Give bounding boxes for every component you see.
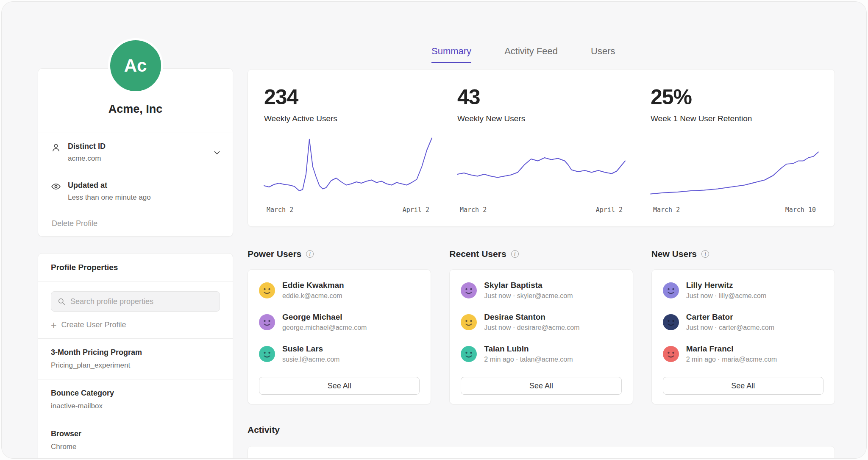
user-avatar [259,346,275,362]
user-name: Desirae Stanton [484,312,579,322]
user-name: Skylar Baptista [484,281,573,290]
distinct-id-value: acme.com [68,154,106,163]
user-meta: george.michael@acme.com [282,324,367,332]
metric-label: Week 1 New User Retention [651,114,818,123]
property-name: Browser [51,429,220,438]
info-icon[interactable]: i [306,250,314,258]
weekly-new-users-chart [457,136,625,200]
user-row[interactable]: Eddie Kwakman eddie.k@acme.com [259,281,420,300]
metric-week1-retention: 25% Week 1 New User Retention March 2 Ma… [651,86,818,214]
summary-metrics-card: 234 Weekly Active Users March 2 April 2 … [248,69,835,227]
user-avatar [663,346,679,362]
delete-profile-button[interactable]: Delete Profile [38,211,233,236]
power-users-group: Power Users i Eddie Kwakman eddie.k@acme… [248,249,431,404]
profile-card: Acme, Inc Distinct ID acme.com [38,68,233,237]
user-avatar [663,282,679,298]
distinct-id-label: Distinct ID [68,142,106,151]
updated-at-value: Less than one minute ago [68,193,151,202]
distinct-id-row[interactable]: Distinct ID acme.com [38,133,233,172]
user-avatar [259,314,275,330]
user-name: Eddie Kwakman [282,281,344,290]
metric-label: Weekly New Users [457,114,625,123]
see-all-button[interactable]: See All [259,377,420,395]
user-row[interactable]: Lilly Herwitz Just now · lilly@acme.com [663,281,823,300]
user-meta: susie.l@acme.com [282,356,339,363]
create-user-profile-label: Create User Profile [61,321,126,329]
search-profile-properties[interactable] [51,291,220,312]
power-users-title: Power Users [248,249,301,259]
updated-at-row: Updated at Less than one minute ago [38,172,233,211]
user-name: Carter Bator [686,312,774,322]
x-axis-start-label: March 2 [460,206,487,214]
user-meta: 2 min ago · maria@acme.com [686,356,777,363]
weekly-active-users-chart [264,136,432,200]
user-meta: Just now · desirare@acme.com [484,324,579,332]
search-profile-properties-input[interactable] [70,297,214,306]
plus-icon: + [51,321,56,329]
profile-properties-title: Profile Properties [38,254,233,282]
person-icon [51,142,61,153]
chevron-down-icon[interactable] [212,148,222,157]
new-users-group: New Users i Lilly Herwitz Just now · lil… [651,249,835,404]
metric-weekly-new-users: 43 Weekly New Users March 2 April 2 [457,86,625,214]
app-frame: Ac Acme, Inc Distinct ID acme.com [1,1,867,459]
property-name: Bounce Category [51,389,220,398]
profile-sidebar: Ac Acme, Inc Distinct ID acme.com [38,2,233,459]
metric-weekly-active-users: 234 Weekly Active Users March 2 April 2 [264,86,432,214]
user-avatar [461,314,477,330]
new-users-title: New Users [651,249,697,259]
x-axis-start-label: March 2 [267,206,293,214]
eye-icon [51,181,61,192]
info-icon[interactable]: i [511,250,519,258]
property-row-pricing-program[interactable]: 3-Month Pricing Program Pricing_plan_exp… [38,339,233,379]
user-avatar [461,346,477,362]
user-avatar [461,282,477,298]
user-meta: eddie.k@acme.com [282,292,344,300]
recent-users-group: Recent Users i Skylar Baptista Just now … [449,249,633,404]
user-meta: 2 min ago · talan@acme.com [484,356,573,363]
metric-value: 25% [651,86,818,109]
tab-summary[interactable]: Summary [431,46,471,63]
see-all-button[interactable]: See All [461,377,621,395]
property-value: inactive-mailbox [51,402,220,410]
user-lists-row: Power Users i Eddie Kwakman eddie.k@acme… [248,249,835,404]
property-value: Chrome [51,443,220,451]
metric-value: 43 [457,86,625,109]
user-row[interactable]: George Michael george.michael@acme.com [259,312,420,332]
user-row[interactable]: Carter Bator Just now · carter@acme.com [663,312,823,332]
x-axis-end-label: March 10 [785,206,816,214]
user-row[interactable]: Maria Franci 2 min ago · maria@acme.com [663,344,823,363]
divider [38,282,233,282]
user-meta: Just now · lilly@acme.com [686,292,767,300]
activity-card: 234 240 3.4k [248,446,835,459]
property-row-bounce-category[interactable]: Bounce Category inactive-mailbox [38,379,233,420]
metric-value: 234 [264,86,432,109]
user-name: George Michael [282,312,367,322]
user-row[interactable]: Desirae Stanton Just now · desirare@acme… [461,312,621,332]
main-content: Summary Activity Feed Users 234 Weekly A… [248,2,835,459]
x-axis-end-label: April 2 [596,206,623,214]
property-value: Pricing_plan_experiment [51,361,220,370]
info-icon[interactable]: i [701,250,709,258]
user-name: Maria Franci [686,344,777,354]
x-axis-start-label: March 2 [653,206,680,214]
see-all-button[interactable]: See All [663,377,823,395]
user-name: Susie Lars [282,344,339,354]
updated-at-label: Updated at [68,181,151,190]
user-name: Lilly Herwitz [686,281,767,290]
tab-users[interactable]: Users [591,46,615,63]
tab-bar: Summary Activity Feed Users [431,46,835,63]
property-row-browser[interactable]: Browser Chrome [38,420,233,459]
user-meta: Just now · skyler@acme.com [484,292,573,300]
tab-activity-feed[interactable]: Activity Feed [504,46,558,63]
metric-label: Weekly Active Users [264,114,432,123]
user-avatar [259,282,275,298]
company-avatar-initials: Ac [124,56,147,76]
user-meta: Just now · carter@acme.com [686,324,774,332]
user-row[interactable]: Skylar Baptista Just now · skyler@acme.c… [461,281,621,300]
user-row[interactable]: Susie Lars susie.l@acme.com [259,344,420,363]
user-avatar [663,314,679,330]
create-user-profile-button[interactable]: + Create User Profile [38,312,233,338]
user-row[interactable]: Talan Lubin 2 min ago · talan@acme.com [461,344,621,363]
property-name: 3-Month Pricing Program [51,348,220,357]
